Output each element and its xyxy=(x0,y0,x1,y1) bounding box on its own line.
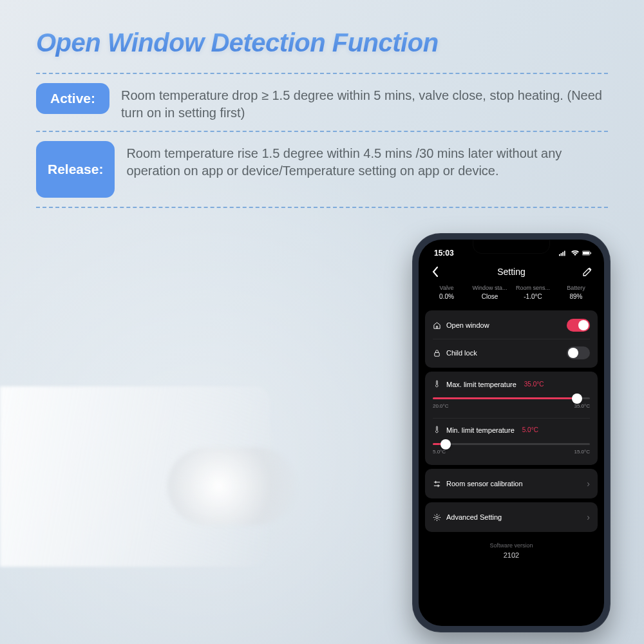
status-icons xyxy=(559,250,591,256)
status-time: 15:03 xyxy=(434,249,454,258)
svg-rect-3 xyxy=(564,251,565,256)
nav-label: Advanced Setting xyxy=(446,513,502,521)
slider-thumb[interactable] xyxy=(572,393,582,404)
lock-icon xyxy=(433,349,441,357)
svg-rect-1 xyxy=(561,253,562,256)
battery-icon xyxy=(582,250,591,256)
temp-label: Min. limit temperature xyxy=(446,426,515,434)
card-calibration[interactable]: Room sensor calibration › xyxy=(425,469,598,498)
gear-icon xyxy=(433,513,441,522)
phone-screen: 15:03 Setting Valve 0.0% Window sta... xyxy=(419,240,604,626)
edit-button[interactable] xyxy=(581,267,594,276)
signal-icon xyxy=(559,250,568,256)
svg-rect-6 xyxy=(591,252,591,254)
slider-max-label: 15.0°C xyxy=(574,449,590,455)
slider-min-label: 5.0°C xyxy=(433,449,446,455)
row-min-temp: Min. limit temperature 5.0°C xyxy=(433,418,590,435)
thermometer-icon xyxy=(433,380,441,388)
row-open-window: Open window xyxy=(433,312,590,339)
svg-point-8 xyxy=(436,516,439,518)
phone-frame: 15:03 Setting Valve 0.0% Window sta... xyxy=(412,233,611,632)
stat-sensor: Room sens... -1.0°C xyxy=(511,285,554,300)
stat-battery: Battery 89% xyxy=(554,285,598,300)
slider-thumb[interactable] xyxy=(440,439,451,450)
software-version-value: 2102 xyxy=(419,551,604,568)
svg-rect-0 xyxy=(559,254,560,256)
software-version-label: Software version xyxy=(419,536,604,551)
toggle-label: Child lock xyxy=(446,349,477,357)
screen-title: Setting xyxy=(497,267,526,277)
slider-max-temp[interactable]: 20.0°C 35.0°C xyxy=(433,390,590,418)
desc-release: Room temperature rise 1.5 degree within … xyxy=(126,141,608,180)
row-child-lock: Child lock xyxy=(433,339,590,366)
pencil-icon xyxy=(583,267,592,276)
card-advanced[interactable]: Advanced Setting › xyxy=(425,502,598,532)
divider xyxy=(36,207,608,208)
stat-label: Window sta... xyxy=(468,285,511,291)
chevron-left-icon xyxy=(432,267,439,277)
nav-label: Room sensor calibration xyxy=(446,480,523,488)
toggle-child-lock[interactable] xyxy=(567,346,590,359)
stats-row: Valve 0.0% Window sta... Close Room sens… xyxy=(419,282,604,307)
stat-value: Close xyxy=(468,293,511,300)
window-icon xyxy=(433,321,441,330)
toggle-label: Open window xyxy=(446,321,489,329)
stat-label: Valve xyxy=(425,285,468,291)
svg-rect-5 xyxy=(583,252,589,254)
svg-rect-2 xyxy=(562,252,564,256)
screen-header: Setting xyxy=(419,260,604,282)
row-active: Active: Room temperature drop ≥ 1.5 degr… xyxy=(36,74,608,131)
back-button[interactable] xyxy=(429,267,442,277)
row-release: Release: Room temperature rise 1.5 degre… xyxy=(36,132,608,207)
wifi-icon xyxy=(571,250,580,256)
stat-window: Window sta... Close xyxy=(468,285,511,300)
phone-notch xyxy=(473,240,550,254)
thermometer-icon xyxy=(433,426,441,434)
stat-valve: Valve 0.0% xyxy=(425,285,468,300)
card-temperature-limits: Max. limit temperature 35.0°C 20.0°C 35.… xyxy=(425,372,598,465)
card-toggles: Open window Child lock xyxy=(425,310,598,368)
stat-value: 0.0% xyxy=(425,293,468,300)
chevron-right-icon: › xyxy=(587,478,590,489)
row-max-temp: Max. limit temperature 35.0°C xyxy=(433,373,590,390)
stat-label: Battery xyxy=(554,285,598,291)
label-active: Active: xyxy=(36,83,109,114)
slider-min-temp[interactable]: 5.0°C 15.0°C xyxy=(433,435,590,464)
valve-graphic xyxy=(167,448,296,525)
stat-value: -1.0°C xyxy=(511,293,554,300)
desc-active: Room temperature drop ≥ 1.5 degree withi… xyxy=(121,83,608,122)
svg-rect-7 xyxy=(435,352,439,356)
slider-max-label: 35.0°C xyxy=(574,403,590,409)
page-title: Open Window Detection Function xyxy=(36,28,608,57)
sliders-icon xyxy=(433,480,441,488)
stat-label: Room sens... xyxy=(511,285,554,291)
stat-value: 89% xyxy=(554,293,598,300)
slider-fill xyxy=(433,397,577,399)
temp-value: 5.0°C xyxy=(522,426,538,433)
temp-value: 35.0°C xyxy=(524,381,544,388)
toggle-open-window[interactable] xyxy=(567,319,590,332)
temp-label: Max. limit temperature xyxy=(446,381,516,388)
label-release: Release: xyxy=(36,141,115,198)
slider-min-label: 20.0°C xyxy=(433,403,449,409)
chevron-right-icon: › xyxy=(587,512,590,522)
